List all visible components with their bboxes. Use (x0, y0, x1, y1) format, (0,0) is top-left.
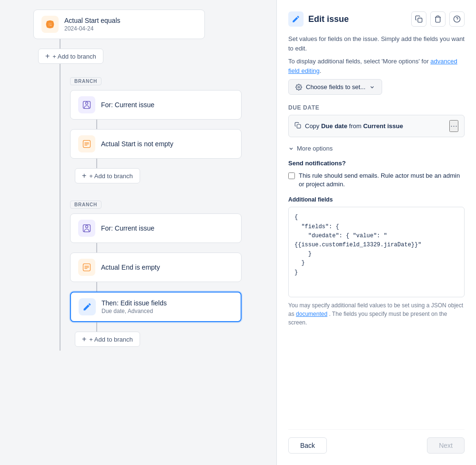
for-current-issue-2-text: For: Current issue (101, 224, 154, 232)
panel-title-icon (288, 11, 304, 27)
connector-4 (96, 159, 97, 168)
more-options-toggle[interactable]: More options (288, 145, 465, 152)
actual-end-empty-node[interactable]: Actual End is empty (70, 253, 242, 282)
edit-issue-fields-subtitle: Due date, Advanced (101, 308, 167, 314)
panel-title: Edit issue (308, 14, 349, 24)
send-emails-checkbox-row: This rule should send emails. Rule actor… (288, 172, 465, 189)
flow-container: Actual Start equals 2024-04-24 + + Add t… (19, 10, 257, 351)
send-emails-checkbox[interactable] (288, 172, 295, 179)
due-date-menu-button[interactable]: ··· (449, 120, 458, 132)
connector-5 (60, 187, 61, 197)
branch-1-label: BRANCH (70, 77, 101, 85)
chevron-down-icon-2 (288, 146, 294, 152)
for-current-issue-1-node[interactable]: For: Current issue (70, 90, 242, 120)
svg-rect-7 (418, 18, 422, 22)
edit-issue-fields-title: Then: Edit issue fields (101, 299, 167, 307)
actual-start-equals-subtitle: 2024-04-24 (64, 25, 121, 32)
add-to-branch-button-1[interactable]: + + Add to branch (38, 49, 103, 64)
choose-fields-button[interactable]: Choose fields to set... (288, 79, 382, 95)
actual-start-not-empty-node[interactable]: Actual Start is not empty (70, 129, 242, 159)
choose-fields-label: Choose fields to set... (306, 83, 365, 91)
connector-6 (96, 243, 97, 253)
svg-point-10 (298, 86, 300, 88)
chevron-down-icon (369, 84, 375, 90)
delete-button[interactable] (430, 11, 446, 27)
documented-link[interactable]: documented (296, 311, 327, 317)
plus-icon-3: + (82, 335, 86, 344)
for-current-issue-2-node[interactable]: For: Current issue (70, 213, 242, 243)
additional-fields-code-editor[interactable]: { "fields": { "duedate": { "value": " {{… (288, 207, 465, 297)
connector-2 (60, 64, 61, 73)
edit-issue-icon (79, 298, 96, 315)
actual-start-not-empty-text: Actual Start is not empty (101, 140, 173, 148)
due-date-section: Due date Copy Due date from Current issu… (288, 104, 465, 137)
code-comment: You may specify additional field values … (288, 301, 465, 327)
actual-start-not-empty-title: Actual Start is not empty (101, 140, 173, 148)
back-button[interactable]: Back (288, 437, 327, 454)
due-date-row-left: Copy Due date from Current issue (294, 122, 403, 130)
branch-2-container: BRANCH For: Current issue (60, 197, 241, 351)
add-to-branch-button-2[interactable]: + + Add to branch (75, 168, 140, 183)
panel-footer: Back Next (288, 429, 465, 454)
condition-icon (41, 16, 59, 33)
connector-7 (96, 282, 97, 292)
for-current-issue-2-title: For: Current issue (101, 224, 154, 232)
connector-3 (96, 120, 97, 129)
more-options-label: More options (297, 145, 333, 152)
actual-end-empty-icon (78, 259, 95, 276)
connector-1 (60, 39, 61, 49)
branch-1-container: BRANCH For: Current issue (60, 73, 241, 187)
add-to-branch-button-3[interactable]: + + Add to branch (75, 332, 140, 347)
right-panel: Edit issue (276, 0, 476, 465)
edit-issue-fields-node[interactable]: Then: Edit issue fields Due date, Advanc… (70, 292, 242, 322)
edit-issue-fields-text: Then: Edit issue fields Due date, Advanc… (101, 299, 167, 314)
actual-start-equals-title: Actual Start equals (64, 17, 121, 24)
panel-header: Edit issue (288, 11, 465, 27)
add-to-branch-label-3: + Add to branch (89, 336, 132, 343)
send-notifications-title: Send notifications? (288, 160, 465, 167)
due-date-row: Copy Due date from Current issue ··· (288, 115, 465, 137)
due-date-label: Due date (288, 104, 465, 111)
branch-2-label: BRANCH (70, 201, 101, 209)
panel-description-1: Set values for fields on the issue. Simp… (288, 34, 465, 53)
actual-start-equals-text: Actual Start equals 2024-04-24 (64, 17, 121, 32)
for-current-issue-1-title: For: Current issue (101, 101, 154, 109)
svg-rect-11 (297, 124, 301, 128)
svg-point-1 (86, 102, 88, 104)
actual-end-empty-title: Actual End is empty (101, 263, 160, 271)
due-date-copy-text: Copy Due date from Current issue (305, 122, 403, 130)
panel-description-2: To display additional fields, select 'Mo… (288, 57, 465, 75)
plus-icon-2: + (82, 172, 86, 180)
panel-title-row: Edit issue (288, 11, 349, 27)
copy-icon (294, 122, 301, 130)
connector-8 (96, 322, 97, 332)
actual-end-empty-text: Actual End is empty (101, 263, 160, 271)
left-panel: Actual Start equals 2024-04-24 + + Add t… (0, 0, 276, 465)
add-to-branch-label-1: + Add to branch (52, 53, 96, 60)
gear-icon (295, 84, 302, 91)
help-button[interactable] (449, 11, 465, 27)
current-issue-icon-2 (78, 220, 95, 237)
next-button[interactable]: Next (427, 437, 465, 454)
actual-start-not-empty-icon (78, 135, 95, 152)
current-issue-icon-1 (78, 96, 95, 113)
for-current-issue-1-text: For: Current issue (101, 101, 154, 109)
panel-actions (411, 11, 465, 27)
add-to-branch-label-2: + Add to branch (89, 172, 132, 180)
duplicate-button[interactable] (411, 11, 426, 27)
additional-fields-label: Additional fields (288, 196, 465, 203)
send-emails-label[interactable]: This rule should send emails. Rule actor… (299, 172, 465, 189)
actual-start-equals-node[interactable]: Actual Start equals 2024-04-24 (33, 10, 205, 39)
plus-icon-1: + (45, 52, 50, 61)
svg-point-4 (86, 225, 88, 228)
